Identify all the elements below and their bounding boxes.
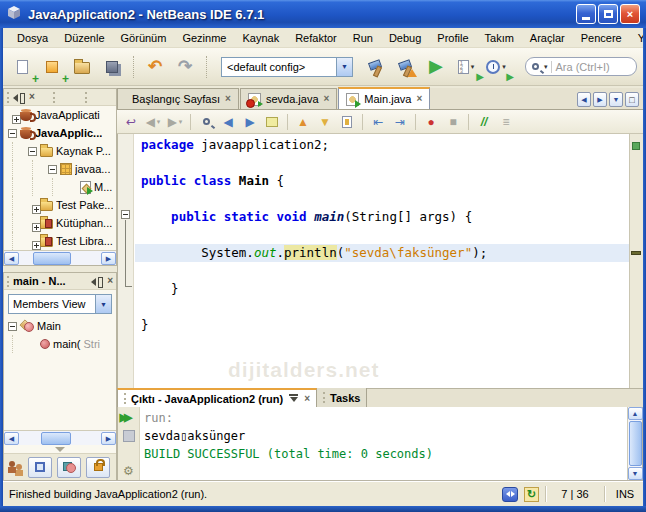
- tree-expander-icon[interactable]: [8, 129, 17, 138]
- close-panel-icon[interactable]: ×: [29, 92, 35, 102]
- code-line[interactable]: package javaapplication2;: [141, 136, 629, 154]
- comment-button[interactable]: //: [474, 112, 494, 132]
- shift-right-button[interactable]: ⇥: [390, 112, 410, 132]
- tab-list-icon[interactable]: ▼: [609, 92, 623, 107]
- code-line[interactable]: System.out.println("sevda\faksünger");: [135, 244, 629, 262]
- toggle-bookmark-button[interactable]: [337, 112, 357, 132]
- minimize-button[interactable]: [576, 4, 596, 24]
- scrollbar-thumb[interactable]: [41, 432, 71, 445]
- chevron-down-icon[interactable]: ▼: [336, 58, 352, 76]
- code-line[interactable]: [141, 190, 629, 208]
- chevron-down-icon[interactable]: ▼: [95, 295, 111, 313]
- current-line-mark[interactable]: [631, 251, 641, 255]
- maximize-editor-icon[interactable]: □: [625, 92, 639, 107]
- project-tree-item[interactable]: M...: [4, 178, 116, 196]
- tree-expander-icon[interactable]: [28, 147, 37, 156]
- stop-run-icon[interactable]: [123, 430, 135, 442]
- editor-tab-sevda-java[interactable]: sevda.java×: [240, 88, 337, 109]
- back-button[interactable]: ◀▾: [143, 112, 163, 132]
- menu-debug[interactable]: Debug: [381, 30, 429, 46]
- debug-project-button[interactable]: 123▶▾: [453, 54, 479, 80]
- find-next-button[interactable]: ▶: [240, 112, 260, 132]
- code-line[interactable]: [141, 226, 629, 244]
- scrollbar-thumb[interactable]: [33, 252, 71, 265]
- output-vscrollbar[interactable]: ▲ ▼: [627, 407, 642, 480]
- new-file-button[interactable]: +: [9, 54, 35, 80]
- splitter-grip-icon[interactable]: [4, 445, 116, 453]
- open-project-button[interactable]: [69, 54, 95, 80]
- scroll-right-icon[interactable]: ▶: [101, 432, 116, 445]
- navigator-view-combo[interactable]: Members View ▼: [8, 294, 112, 314]
- code-line[interactable]: [141, 298, 629, 316]
- fold-margin[interactable]: [118, 134, 134, 388]
- drag-grip-icon[interactable]: [7, 276, 9, 287]
- close-tab-icon[interactable]: ×: [225, 94, 231, 104]
- quick-search-input[interactable]: ▾ Ara (Ctrl+I): [525, 57, 637, 76]
- code-text[interactable]: package javaapplication2;public class Ma…: [135, 134, 629, 388]
- chevron-down-icon[interactable]: ▾: [544, 63, 548, 71]
- last-edit-position-button[interactable]: ↩: [121, 112, 141, 132]
- uncomment-button[interactable]: ≡: [496, 112, 516, 132]
- maximize-button[interactable]: [598, 4, 618, 24]
- menu-profile[interactable]: Profile: [429, 30, 476, 46]
- navigator-hscrollbar[interactable]: ◀ ▶: [4, 430, 116, 445]
- code-line[interactable]: }: [141, 280, 629, 298]
- update-refresh-icon[interactable]: ↻: [524, 487, 539, 502]
- output-tab-tasks[interactable]: Tasks: [317, 388, 367, 407]
- menu-kaynak[interactable]: Kaynak: [234, 30, 287, 46]
- save-all-button[interactable]: [99, 54, 125, 80]
- build-project-button[interactable]: [363, 54, 389, 80]
- projects-hscrollbar[interactable]: ◀ ▶: [4, 250, 116, 265]
- scroll-right-icon[interactable]: ▶: [101, 252, 116, 265]
- show-fields-button[interactable]: [28, 457, 52, 478]
- project-tree-item[interactable]: Kütüphan...: [4, 214, 116, 232]
- close-tab-icon[interactable]: ×: [304, 394, 310, 404]
- drag-grip-icon[interactable]: [7, 92, 9, 103]
- menu-tak-m[interactable]: Takım: [477, 30, 522, 46]
- close-button[interactable]: ×: [620, 4, 640, 24]
- show-static-members-button[interactable]: [57, 457, 81, 478]
- scrollbar-thumb[interactable]: [629, 421, 642, 466]
- clean-build-button[interactable]: [393, 54, 419, 80]
- config-combo[interactable]: <default config> ▼: [221, 57, 353, 77]
- menu-d-zenle[interactable]: Düzenle: [56, 30, 112, 46]
- scroll-left-icon[interactable]: ◀: [4, 432, 19, 445]
- tree-expander-icon[interactable]: [48, 165, 57, 174]
- profile-project-button[interactable]: ▶▾: [483, 54, 509, 80]
- next-bookmark-button[interactable]: ▼: [315, 112, 335, 132]
- error-stripe[interactable]: [629, 134, 643, 388]
- show-inherited-members-icon[interactable]: [8, 461, 23, 474]
- stop-macro-recording-button[interactable]: ■: [443, 112, 463, 132]
- fold-collapse-icon[interactable]: [121, 210, 130, 219]
- close-panel-icon[interactable]: ×: [107, 276, 113, 286]
- minimize-panel-icon[interactable]: [91, 276, 103, 286]
- project-tree-item[interactable]: javaa...: [4, 160, 116, 178]
- ant-settings-icon[interactable]: ⚙: [123, 465, 134, 477]
- find-previous-button[interactable]: ◀: [218, 112, 238, 132]
- code-line[interactable]: [141, 154, 629, 172]
- project-tree-item[interactable]: Test Libra...: [4, 232, 116, 250]
- editor-tab-ba-lang-sayfas[interactable]: Başlangıç Sayfası×: [117, 88, 239, 109]
- menu-ara-lar[interactable]: Araçlar: [522, 30, 573, 46]
- scroll-left-icon[interactable]: ◀: [4, 252, 19, 265]
- previous-bookmark-button[interactable]: ▲: [293, 112, 313, 132]
- scroll-tabs-left-icon[interactable]: ◀: [577, 92, 591, 107]
- output-text[interactable]: run:sevda▯aksüngerBUILD SUCCESSFUL (tota…: [144, 409, 626, 480]
- shift-left-button[interactable]: ⇤: [368, 112, 388, 132]
- code-line[interactable]: }: [141, 316, 629, 334]
- output-window-menu-icon[interactable]: [288, 394, 299, 403]
- code-line[interactable]: public class Main {: [141, 172, 629, 190]
- menu-gezinme[interactable]: Gezinme: [174, 30, 234, 46]
- minimize-panel-icon[interactable]: [13, 92, 25, 102]
- run-project-button[interactable]: ▶: [423, 54, 449, 80]
- project-tree-item[interactable]: JavaApplicati: [4, 106, 116, 124]
- redo-button[interactable]: ↷: [172, 54, 198, 80]
- menu-g-r-n-m[interactable]: Görünüm: [113, 30, 175, 46]
- new-project-button[interactable]: +: [39, 54, 65, 80]
- scroll-tabs-right-icon[interactable]: ▶: [593, 92, 607, 107]
- menu-pencere[interactable]: Pencere: [573, 30, 630, 46]
- editor-tab-main-java[interactable]: Main.java×: [338, 87, 430, 109]
- menu-run[interactable]: Run: [345, 30, 381, 46]
- project-tree-item[interactable]: Kaynak P...: [4, 142, 116, 160]
- code-line[interactable]: [141, 262, 629, 280]
